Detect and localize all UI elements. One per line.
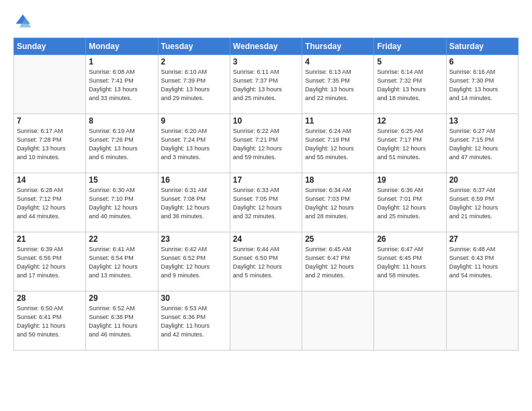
day-info: Sunrise: 6:37 AMSunset: 6:59 PMDaylight:… — [449, 186, 515, 221]
day-info: Sunrise: 6:50 AMSunset: 6:41 PMDaylight:… — [17, 304, 83, 339]
day-number: 18 — [305, 175, 371, 185]
week-row-3: 21Sunrise: 6:39 AMSunset: 6:56 PMDayligh… — [14, 232, 519, 291]
logo-icon — [13, 12, 32, 31]
calendar-cell: 1Sunrise: 6:08 AMSunset: 7:41 PMDaylight… — [86, 55, 158, 114]
header-cell-sunday: Sunday — [14, 38, 86, 55]
calendar-cell: 13Sunrise: 6:27 AMSunset: 7:15 PMDayligh… — [446, 114, 518, 173]
day-number: 8 — [89, 116, 154, 126]
calendar-cell: 9Sunrise: 6:20 AMSunset: 7:24 PMDaylight… — [158, 114, 230, 173]
day-number: 5 — [377, 57, 443, 66]
day-number: 6 — [449, 57, 515, 66]
day-info: Sunrise: 6:36 AMSunset: 7:01 PMDaylight:… — [377, 186, 443, 221]
day-number: 21 — [17, 234, 83, 244]
day-info: Sunrise: 6:19 AMSunset: 7:26 PMDaylight:… — [89, 127, 154, 162]
day-info: Sunrise: 6:10 AMSunset: 7:39 PMDaylight:… — [161, 68, 227, 103]
header-cell-monday: Monday — [86, 38, 158, 55]
header-cell-wednesday: Wednesday — [230, 38, 302, 55]
day-info: Sunrise: 6:17 AMSunset: 7:28 PMDaylight:… — [17, 127, 83, 162]
calendar-cell: 12Sunrise: 6:25 AMSunset: 7:17 PMDayligh… — [374, 114, 446, 173]
header-cell-saturday: Saturday — [446, 38, 518, 55]
day-info: Sunrise: 6:53 AMSunset: 6:36 PMDaylight:… — [161, 304, 227, 339]
calendar-cell: 26Sunrise: 6:47 AMSunset: 6:45 PMDayligh… — [374, 232, 446, 291]
calendar-cell: 18Sunrise: 6:34 AMSunset: 7:03 PMDayligh… — [302, 173, 374, 232]
day-number: 15 — [89, 175, 154, 185]
logo — [13, 12, 35, 31]
day-info: Sunrise: 6:24 AMSunset: 7:19 PMDaylight:… — [305, 127, 371, 162]
day-info: Sunrise: 6:34 AMSunset: 7:03 PMDaylight:… — [305, 186, 371, 221]
day-number: 16 — [161, 175, 227, 185]
day-info: Sunrise: 6:13 AMSunset: 7:35 PMDaylight:… — [305, 68, 371, 103]
day-number: 12 — [377, 116, 443, 126]
calendar-cell: 2Sunrise: 6:10 AMSunset: 7:39 PMDaylight… — [158, 55, 230, 114]
calendar-cell: 16Sunrise: 6:31 AMSunset: 7:08 PMDayligh… — [158, 173, 230, 232]
week-row-0: 1Sunrise: 6:08 AMSunset: 7:41 PMDaylight… — [14, 55, 519, 114]
calendar-cell: 27Sunrise: 6:48 AMSunset: 6:43 PMDayligh… — [446, 232, 518, 291]
calendar-cell: 25Sunrise: 6:45 AMSunset: 6:47 PMDayligh… — [302, 232, 374, 291]
day-number: 2 — [161, 57, 227, 66]
day-number: 29 — [89, 293, 154, 303]
day-info: Sunrise: 6:11 AMSunset: 7:37 PMDaylight:… — [233, 68, 299, 103]
day-info: Sunrise: 6:33 AMSunset: 7:05 PMDaylight:… — [233, 186, 299, 221]
calendar-cell: 8Sunrise: 6:19 AMSunset: 7:26 PMDaylight… — [86, 114, 158, 173]
day-info: Sunrise: 6:30 AMSunset: 7:10 PMDaylight:… — [89, 186, 154, 221]
calendar-header: SundayMondayTuesdayWednesdayThursdayFrid… — [14, 38, 519, 55]
calendar-cell: 19Sunrise: 6:36 AMSunset: 7:01 PMDayligh… — [374, 173, 446, 232]
day-info: Sunrise: 6:25 AMSunset: 7:17 PMDaylight:… — [377, 127, 443, 162]
day-number: 20 — [449, 175, 515, 185]
day-number: 28 — [17, 293, 83, 303]
day-info: Sunrise: 6:22 AMSunset: 7:21 PMDaylight:… — [233, 127, 299, 162]
header-cell-thursday: Thursday — [302, 38, 374, 55]
day-number: 17 — [233, 175, 299, 185]
header-cell-tuesday: Tuesday — [158, 38, 230, 55]
calendar-cell — [14, 55, 86, 114]
day-number: 4 — [305, 57, 371, 66]
calendar-cell — [374, 291, 446, 351]
day-info: Sunrise: 6:20 AMSunset: 7:24 PMDaylight:… — [161, 127, 227, 162]
week-row-2: 14Sunrise: 6:28 AMSunset: 7:12 PMDayligh… — [14, 173, 519, 232]
day-number: 3 — [233, 57, 299, 66]
day-info: Sunrise: 6:47 AMSunset: 6:45 PMDaylight:… — [377, 245, 443, 280]
calendar-cell: 15Sunrise: 6:30 AMSunset: 7:10 PMDayligh… — [86, 173, 158, 232]
day-info: Sunrise: 6:28 AMSunset: 7:12 PMDaylight:… — [17, 186, 83, 221]
calendar-body: 1Sunrise: 6:08 AMSunset: 7:41 PMDaylight… — [14, 55, 519, 351]
day-number: 11 — [305, 116, 371, 126]
calendar-cell — [302, 291, 374, 351]
day-number: 10 — [233, 116, 299, 126]
day-number: 26 — [377, 234, 443, 244]
day-number: 19 — [377, 175, 443, 185]
day-number: 27 — [449, 234, 515, 244]
calendar-cell: 7Sunrise: 6:17 AMSunset: 7:28 PMDaylight… — [14, 114, 86, 173]
calendar-cell: 29Sunrise: 6:52 AMSunset: 6:38 PMDayligh… — [86, 291, 158, 351]
day-info: Sunrise: 6:41 AMSunset: 6:54 PMDaylight:… — [89, 245, 154, 280]
calendar-cell: 10Sunrise: 6:22 AMSunset: 7:21 PMDayligh… — [230, 114, 302, 173]
week-row-1: 7Sunrise: 6:17 AMSunset: 7:28 PMDaylight… — [14, 114, 519, 173]
day-info: Sunrise: 6:42 AMSunset: 6:52 PMDaylight:… — [161, 245, 227, 280]
day-number: 25 — [305, 234, 371, 244]
header — [13, 12, 519, 31]
calendar-cell: 20Sunrise: 6:37 AMSunset: 6:59 PMDayligh… — [446, 173, 518, 232]
calendar-cell: 11Sunrise: 6:24 AMSunset: 7:19 PMDayligh… — [302, 114, 374, 173]
day-info: Sunrise: 6:08 AMSunset: 7:41 PMDaylight:… — [89, 68, 154, 103]
header-row: SundayMondayTuesdayWednesdayThursdayFrid… — [14, 38, 519, 55]
calendar-cell: 14Sunrise: 6:28 AMSunset: 7:12 PMDayligh… — [14, 173, 86, 232]
calendar-cell — [446, 291, 518, 351]
day-number: 24 — [233, 234, 299, 244]
calendar-cell: 24Sunrise: 6:44 AMSunset: 6:50 PMDayligh… — [230, 232, 302, 291]
day-info: Sunrise: 6:45 AMSunset: 6:47 PMDaylight:… — [305, 245, 371, 280]
day-info: Sunrise: 6:39 AMSunset: 6:56 PMDaylight:… — [17, 245, 83, 280]
calendar-cell: 3Sunrise: 6:11 AMSunset: 7:37 PMDaylight… — [230, 55, 302, 114]
day-number: 22 — [89, 234, 154, 244]
day-number: 30 — [161, 293, 227, 303]
day-info: Sunrise: 6:31 AMSunset: 7:08 PMDaylight:… — [161, 186, 227, 221]
calendar-cell: 28Sunrise: 6:50 AMSunset: 6:41 PMDayligh… — [14, 291, 86, 351]
day-info: Sunrise: 6:52 AMSunset: 6:38 PMDaylight:… — [89, 304, 154, 339]
day-info: Sunrise: 6:48 AMSunset: 6:43 PMDaylight:… — [449, 245, 515, 280]
day-info: Sunrise: 6:44 AMSunset: 6:50 PMDaylight:… — [233, 245, 299, 280]
day-number: 23 — [161, 234, 227, 244]
day-info: Sunrise: 6:16 AMSunset: 7:30 PMDaylight:… — [449, 68, 515, 103]
calendar-cell: 5Sunrise: 6:14 AMSunset: 7:32 PMDaylight… — [374, 55, 446, 114]
calendar-cell: 23Sunrise: 6:42 AMSunset: 6:52 PMDayligh… — [158, 232, 230, 291]
calendar-cell: 30Sunrise: 6:53 AMSunset: 6:36 PMDayligh… — [158, 291, 230, 351]
day-number: 1 — [89, 57, 154, 66]
page: SundayMondayTuesdayWednesdayThursdayFrid… — [0, 0, 532, 411]
